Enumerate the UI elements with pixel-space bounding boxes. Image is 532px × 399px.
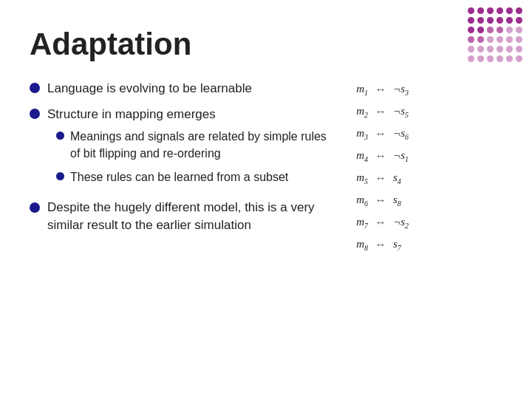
- map-left-4: m4: [347, 146, 368, 166]
- map-right-1: ¬s3: [393, 80, 423, 99]
- map-left-8: m8: [347, 235, 368, 254]
- dot: [477, 27, 484, 33]
- bullet-3-text: Despite the hugely different model, this…: [47, 199, 332, 235]
- map-left-1: m1: [347, 80, 368, 99]
- bullet-dot-3: [30, 202, 40, 213]
- dot: [497, 55, 503, 62]
- dot: [468, 17, 474, 24]
- sub-bullet-2-1-text: Meanings and signals are related by simp…: [70, 128, 332, 162]
- sub-bullet-dot-2-2: [56, 172, 64, 180]
- dot: [516, 46, 522, 52]
- bullet-2: Structure in mapping emerges Meanings an…: [30, 106, 332, 191]
- dot: [497, 36, 503, 43]
- mapping-row-6: m6 ↔ s8: [347, 191, 502, 210]
- bullet-1: Language is evolving to be learnable: [30, 80, 332, 98]
- dot: [487, 46, 494, 52]
- dot: [487, 55, 494, 62]
- dot: [468, 46, 474, 52]
- map-arrow-2: ↔: [372, 103, 389, 120]
- dot: [516, 17, 522, 24]
- sub-bullet-2-2-text: These rules can be learned from a subset: [70, 168, 332, 185]
- bullet-dot-1: [30, 83, 40, 93]
- map-arrow-5: ↔: [372, 169, 389, 187]
- mapping-row-4: m4 ↔ ¬s1: [347, 146, 502, 166]
- dot: [506, 55, 513, 62]
- bullet-2-text: Structure in mapping emerges: [47, 106, 216, 124]
- left-column: Language is evolving to be learnable Str…: [30, 80, 332, 254]
- dot: [477, 55, 484, 62]
- sub-bullet-2-2: These rules can be learned from a subset: [43, 168, 332, 185]
- dot: [468, 27, 474, 33]
- map-right-5: s4: [393, 168, 423, 188]
- map-arrow-6: ↔: [372, 191, 389, 209]
- right-column: m1 ↔ ¬s3 m2 ↔ ¬s5 m3 ↔ ¬s6 m4 ↔ ¬: [347, 80, 502, 254]
- mapping-row-1: m1 ↔ ¬s3: [347, 80, 502, 99]
- map-right-3: ¬s6: [393, 124, 423, 143]
- dot: [506, 17, 513, 24]
- map-arrow-8: ↔: [372, 236, 389, 253]
- sub-bullet-2-1: Meanings and signals are related by simp…: [43, 128, 332, 162]
- map-right-6: s8: [393, 191, 423, 210]
- dot: [516, 36, 522, 43]
- map-right-2: ¬s5: [393, 102, 423, 121]
- mapping-row-7: m7 ↔ ¬s2: [347, 213, 502, 232]
- dot: [468, 7, 474, 14]
- dot: [477, 36, 484, 43]
- map-left-3: m3: [347, 124, 368, 143]
- dot: [516, 7, 522, 14]
- dot: [477, 46, 484, 52]
- dot: [487, 36, 494, 43]
- dot: [506, 46, 513, 52]
- map-arrow-3: ↔: [372, 125, 389, 143]
- dot: [487, 17, 494, 24]
- mapping-row-8: m8 ↔ s7: [347, 235, 502, 254]
- dot: [506, 7, 513, 14]
- map-right-7: ¬s2: [393, 213, 423, 232]
- dot: [497, 27, 503, 33]
- dot: [497, 17, 503, 24]
- dot: [477, 7, 484, 14]
- map-left-2: m2: [347, 102, 368, 121]
- bullet-dot-2: [30, 109, 40, 119]
- dot: [516, 27, 522, 33]
- dot: [516, 55, 522, 62]
- dot: [506, 36, 513, 43]
- mapping-row-5: m5 ↔ s4: [347, 168, 502, 188]
- slide-title: Adaptation: [30, 27, 502, 62]
- dot: [497, 7, 503, 14]
- sub-bullet-dot-2-1: [56, 132, 64, 140]
- slide: Adaptation Language is evolving to be le…: [0, 0, 532, 399]
- map-arrow-4: ↔: [372, 147, 389, 165]
- dot: [477, 17, 484, 24]
- map-left-5: m5: [347, 168, 368, 188]
- bullet-1-text: Language is evolving to be learnable: [47, 80, 332, 98]
- content-area: Language is evolving to be learnable Str…: [30, 80, 502, 254]
- map-left-7: m7: [347, 213, 368, 232]
- dot: [487, 7, 494, 14]
- map-arrow-7: ↔: [372, 214, 389, 231]
- dot: [468, 36, 474, 43]
- dot: [506, 27, 513, 33]
- bullet-3: Despite the hugely different model, this…: [30, 199, 332, 235]
- map-left-6: m6: [347, 191, 368, 210]
- map-arrow-1: ↔: [372, 81, 389, 98]
- dot: [468, 55, 474, 62]
- map-right-4: ¬s1: [393, 146, 423, 166]
- sub-bullets-2: Meanings and signals are related by simp…: [43, 128, 332, 191]
- map-right-8: s7: [393, 235, 423, 254]
- mapping-row-2: m2 ↔ ¬s5: [347, 102, 502, 121]
- decorative-dots: [468, 7, 523, 63]
- mapping-row-3: m3 ↔ ¬s6: [347, 124, 502, 143]
- mapping-table: m1 ↔ ¬s3 m2 ↔ ¬s5 m3 ↔ ¬s6 m4 ↔ ¬: [347, 80, 502, 254]
- dot: [487, 27, 494, 33]
- dot: [497, 46, 503, 52]
